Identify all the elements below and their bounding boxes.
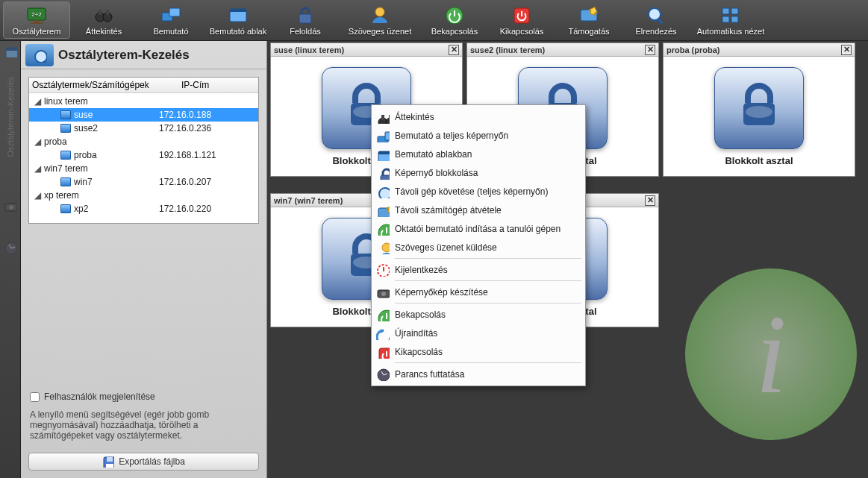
ctx-teacher[interactable]: Oktatói bemutató indítása a tanulói gépe… <box>374 219 583 238</box>
monitor-icon <box>60 124 71 133</box>
tb-classroom[interactable]: Osztályterem <box>3 1 70 39</box>
tb-power-off[interactable]: Kikapcsolás <box>488 1 555 39</box>
show-users-input[interactable] <box>30 392 40 402</box>
tree-pc[interactable]: win7172.16.0.207 <box>29 175 258 189</box>
tb-unlock[interactable]: Feloldás <box>272 1 339 39</box>
tree-col-rooms[interactable]: Osztálytermek/Számítógépek <box>32 80 181 90</box>
chat-icon <box>375 240 390 255</box>
close-icon[interactable]: ✕ <box>841 45 852 55</box>
ctx-camera[interactable]: Képernyőkép készítése <box>374 283 583 301</box>
show-users-checkbox[interactable]: Felhasználók megjelenítése <box>21 389 266 405</box>
thumb-caption: Blokkolt asztal <box>725 155 793 166</box>
ctx-window[interactable]: Bemutató ablakban <box>374 145 583 163</box>
watermark-icon: i <box>685 268 857 440</box>
tree-room[interactable]: ◢xp terem <box>29 189 258 202</box>
camera-icon <box>375 285 390 300</box>
ctx-chat[interactable]: Szöveges üzenet küldése <box>374 238 583 257</box>
thumb-title: suse2 (linux terem) <box>470 45 545 54</box>
close-icon[interactable]: ✕ <box>645 195 655 206</box>
thumb-title: suse (linux terem) <box>274 45 344 54</box>
monitor-icon <box>60 110 71 119</box>
tb-support[interactable]: Támogatás <box>555 1 622 39</box>
ctx-restart[interactable]: Újraindítás <box>374 324 583 342</box>
twisty-icon[interactable]: ◢ <box>34 190 41 201</box>
panel-header-icon <box>25 44 54 66</box>
tree-room[interactable]: ◢proba <box>29 135 258 148</box>
twisty-icon[interactable]: ◢ <box>34 136 41 147</box>
lock-icon <box>714 67 804 149</box>
ctx-takeover[interactable]: Távoli számítógép átvétele <box>374 201 583 219</box>
twisty-icon[interactable]: ◢ <box>34 163 41 174</box>
logout-icon <box>375 262 390 277</box>
mag-icon <box>375 184 390 199</box>
ctx-binoculars[interactable]: Áttekintés <box>374 107 583 126</box>
tb-arrange[interactable]: Elrendezés <box>622 1 690 39</box>
tb-demo[interactable]: Bemutató <box>137 1 204 39</box>
export-button[interactable]: Exportálás fájlba <box>28 453 259 471</box>
panel-title: Osztályterem-Kezelés <box>58 48 190 63</box>
window-icon <box>375 147 390 162</box>
main-toolbar: Osztályterem Áttekintés Bemutató Bemutat… <box>0 0 868 41</box>
ctx-on[interactable]: Bekapcsolás <box>374 305 583 324</box>
disk-icon <box>102 456 114 468</box>
restart-icon <box>375 326 390 341</box>
takeover-icon <box>375 203 390 218</box>
side-tab-classroom[interactable]: Osztályterem-Kezelés <box>6 77 15 157</box>
context-menu: ÁttekintésBemutató a teljes képernyőnBem… <box>371 104 586 386</box>
tree-room[interactable]: ◢win7 terem <box>29 162 258 175</box>
teacher-icon <box>375 221 390 236</box>
ctx-fullscreen[interactable]: Bemutató a teljes képernyőn <box>374 126 583 145</box>
panel-hint: A lenyíló menü segítségével (egér jobb g… <box>21 405 266 445</box>
thumbnail[interactable]: proba (proba)✕Blokkolt asztal <box>663 43 855 177</box>
tree-pc[interactable]: proba192.168.1.121 <box>29 148 258 162</box>
run-icon <box>375 367 390 382</box>
tree-col-ip[interactable]: IP-Cím <box>181 80 255 90</box>
tree-pc[interactable]: suse2172.16.0.236 <box>29 122 258 135</box>
twisty-icon[interactable]: ◢ <box>34 96 41 107</box>
classroom-panel: Osztályterem-Kezelés Osztálytermek/Számí… <box>21 41 267 478</box>
tb-overview[interactable]: Áttekintés <box>70 1 137 39</box>
fullscreen-icon <box>375 128 390 143</box>
tb-demo-window[interactable]: Bemutató ablak <box>204 1 272 39</box>
rail-icon-1[interactable] <box>4 44 17 57</box>
ctx-lock[interactable]: Képernyő blokkolása <box>374 163 583 182</box>
on-icon <box>375 307 390 322</box>
tb-power-on[interactable]: Bekapcsolás <box>421 1 488 39</box>
close-icon[interactable]: ✕ <box>449 45 459 55</box>
binoculars-icon <box>375 110 390 125</box>
monitor-icon <box>60 151 71 160</box>
monitor-icon <box>60 204 71 213</box>
tb-auto-view[interactable]: Automatikus nézet <box>690 1 772 39</box>
tree-pc[interactable]: suse172.16.0.188 <box>29 108 258 122</box>
side-rail: Osztályterem-Kezelés <box>0 41 21 478</box>
tree-room[interactable]: ◢linux terem <box>29 95 258 108</box>
tree-pc[interactable]: xp2172.16.0.220 <box>29 202 258 216</box>
close-icon[interactable]: ✕ <box>645 45 655 55</box>
ctx-off[interactable]: Kikapcsolás <box>374 342 583 361</box>
rail-icon-2[interactable] <box>4 199 17 213</box>
thumb-title: win7 (win7 terem) <box>274 196 343 205</box>
monitor-icon <box>60 177 71 186</box>
ctx-run[interactable]: Parancs futtatása <box>374 365 583 383</box>
ctx-mag[interactable]: Távoli gép követése (teljes képernyőn) <box>374 182 583 201</box>
rail-icon-3[interactable] <box>4 241 17 254</box>
tree: Osztálytermek/Számítógépek IP-Cím ◢linux… <box>28 77 259 224</box>
off-icon <box>375 345 390 359</box>
lock-icon <box>375 166 390 180</box>
tb-text-message[interactable]: Szöveges üzenet <box>339 1 421 39</box>
thumb-title: proba (proba) <box>666 45 720 54</box>
ctx-logout[interactable]: Kijelentkezés <box>374 260 583 279</box>
